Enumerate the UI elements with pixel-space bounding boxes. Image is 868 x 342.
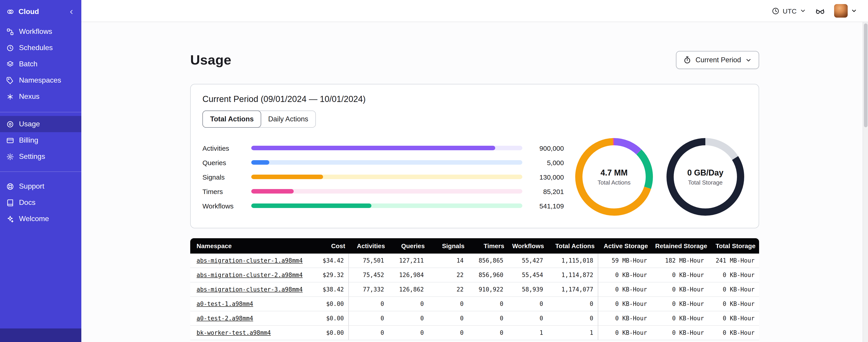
table-cell: 0 KB-Hour bbox=[598, 268, 652, 282]
clock-icon bbox=[772, 7, 779, 15]
vertical-scrollbar[interactable] bbox=[863, 22, 868, 342]
table-cell: 0 KB-Hour bbox=[652, 311, 709, 326]
table-cell: $0.00 bbox=[309, 297, 349, 311]
table-cell: 75,501 bbox=[349, 253, 389, 268]
table-cell: 0 bbox=[349, 311, 389, 326]
bar-row: Activities900,000 bbox=[203, 143, 564, 153]
sidebar-item-usage[interactable]: Usage bbox=[0, 116, 81, 132]
schedules-icon bbox=[6, 44, 14, 52]
sidebar-item-label: Docs bbox=[19, 199, 35, 207]
namespaces-icon bbox=[6, 76, 14, 84]
scrollbar-thumb[interactable] bbox=[864, 24, 868, 127]
sidebar-item-label: Nexus bbox=[19, 93, 39, 101]
table-cell: 75,452 bbox=[349, 268, 389, 282]
table-cell: 0 KB-Hour bbox=[598, 311, 652, 326]
bar-fill bbox=[251, 146, 495, 150]
sidebar-footer[interactable] bbox=[0, 329, 81, 342]
sidebar-item-batch[interactable]: Batch bbox=[0, 56, 81, 72]
main-content: Usage Current Period Current Period (09/… bbox=[81, 22, 868, 342]
sidebar-item-schedules[interactable]: Schedules bbox=[0, 40, 81, 56]
column-header: Workflows bbox=[508, 238, 548, 253]
usage-card: Current Period (09/01/2024 — 10/01/2024)… bbox=[190, 84, 759, 228]
table-cell: 0 bbox=[428, 297, 468, 311]
sidebar-item-support[interactable]: Support bbox=[0, 178, 81, 195]
chevron-down-icon bbox=[800, 8, 806, 14]
sidebar-item-docs[interactable]: Docs bbox=[0, 195, 81, 211]
bar-track bbox=[251, 189, 522, 194]
column-header: Timers bbox=[468, 238, 508, 253]
welcome-icon bbox=[6, 215, 14, 223]
tab-total-actions[interactable]: Total Actions bbox=[203, 110, 261, 128]
namespace-link[interactable]: abs-migration-cluster-2.a98mm4 bbox=[196, 272, 303, 278]
sidebar-item-workflows[interactable]: Workflows bbox=[0, 24, 81, 40]
table-cell: 127,211 bbox=[389, 253, 428, 268]
timezone-label: UTC bbox=[783, 7, 797, 15]
stopwatch-icon bbox=[683, 56, 691, 64]
table-cell: 22 bbox=[428, 282, 468, 297]
table-cell: $0.00 bbox=[309, 311, 349, 326]
table-cell: bk-worker-test.a98mm4 bbox=[190, 326, 309, 340]
app-window: Cloud Workflows Schedules Batch Namespac… bbox=[0, 0, 868, 342]
bar-row: Queries5,000 bbox=[203, 158, 564, 167]
table-cell: 0 bbox=[508, 311, 548, 326]
timezone-selector[interactable]: UTC bbox=[772, 7, 806, 15]
bar-row: Workflows541,109 bbox=[203, 201, 564, 211]
sidebar-collapse-button[interactable] bbox=[68, 8, 75, 15]
table-cell: 0 bbox=[468, 326, 508, 340]
total-storage-donut: 0 GB/Day Total Storage bbox=[664, 136, 746, 218]
table-cell: 77,332 bbox=[349, 282, 389, 297]
column-header: Queries bbox=[389, 238, 428, 253]
bar-label: Signals bbox=[203, 173, 251, 181]
support-icon bbox=[6, 182, 14, 190]
table-cell: abs-migration-cluster-1.a98mm4 bbox=[190, 253, 309, 268]
table-cell: $29.32 bbox=[309, 268, 349, 282]
sidebar-item-label: Settings bbox=[19, 152, 45, 161]
namespace-link[interactable]: abs-migration-cluster-1.a98mm4 bbox=[196, 257, 303, 264]
sidebar-item-settings[interactable]: Settings bbox=[0, 148, 81, 165]
sidebar-item-nexus[interactable]: Nexus bbox=[0, 89, 81, 105]
table-cell: 14 bbox=[428, 253, 468, 268]
table-cell: 1,174,077 bbox=[548, 282, 598, 297]
tab-daily-actions[interactable]: Daily Actions bbox=[261, 111, 315, 127]
bar-row: Signals130,000 bbox=[203, 172, 564, 182]
bar-value: 85,201 bbox=[522, 187, 564, 195]
table-cell: 1,115,018 bbox=[548, 253, 598, 268]
table-cell: 0 bbox=[548, 297, 598, 311]
glasses-icon[interactable] bbox=[815, 6, 825, 16]
sidebar-item-namespaces[interactable]: Namespaces bbox=[0, 72, 81, 89]
billing-icon bbox=[6, 136, 14, 144]
column-header: Cost bbox=[309, 238, 349, 253]
user-menu[interactable] bbox=[834, 4, 857, 18]
sidebar: Cloud Workflows Schedules Batch Namespac… bbox=[0, 0, 81, 342]
table-cell: 241 MB-Hour bbox=[709, 253, 759, 268]
table-cell: 0 KB-Hour bbox=[709, 326, 759, 340]
actions-tab-group: Total Actions Daily Actions bbox=[203, 110, 316, 128]
bar-value: 900,000 bbox=[522, 144, 564, 152]
donut-center: 4.7 MM Total Actions bbox=[573, 136, 655, 218]
page-title: Usage bbox=[190, 52, 231, 68]
table-cell: 55,454 bbox=[508, 268, 548, 282]
table-row: abs-migration-cluster-2.a98mm4$29.3275,4… bbox=[190, 268, 759, 282]
namespace-link[interactable]: a0-test-2.a98mm4 bbox=[196, 315, 253, 322]
brand-label: Cloud bbox=[19, 8, 39, 16]
namespace-link[interactable]: a0-test-1.a98mm4 bbox=[196, 301, 253, 307]
bar-label: Timers bbox=[203, 187, 251, 195]
table-cell: $34.42 bbox=[309, 253, 349, 268]
bar-track bbox=[251, 175, 522, 179]
column-header: Total Storage bbox=[709, 238, 759, 253]
period-selector-button[interactable]: Current Period bbox=[676, 51, 759, 69]
donut-center: 0 GB/Day Total Storage bbox=[664, 136, 746, 218]
sidebar-item-welcome[interactable]: Welcome bbox=[0, 211, 81, 227]
sidebar-divider bbox=[0, 112, 81, 112]
bar-fill bbox=[251, 175, 323, 179]
table-cell: 1 bbox=[548, 326, 598, 340]
namespace-link[interactable]: bk-worker-test.a98mm4 bbox=[196, 329, 271, 336]
avatar[interactable] bbox=[834, 4, 848, 18]
table-cell: 55,427 bbox=[508, 253, 548, 268]
usage-table: NamespaceCostActivitiesQueriesSignalsTim… bbox=[190, 238, 759, 340]
chevron-down-icon bbox=[851, 8, 857, 14]
sidebar-item-label: Schedules bbox=[19, 44, 53, 52]
sidebar-item-billing[interactable]: Billing bbox=[0, 132, 81, 148]
namespace-link[interactable]: abs-migration-cluster-3.a98mm4 bbox=[196, 286, 303, 293]
column-header: Namespace bbox=[190, 238, 309, 253]
